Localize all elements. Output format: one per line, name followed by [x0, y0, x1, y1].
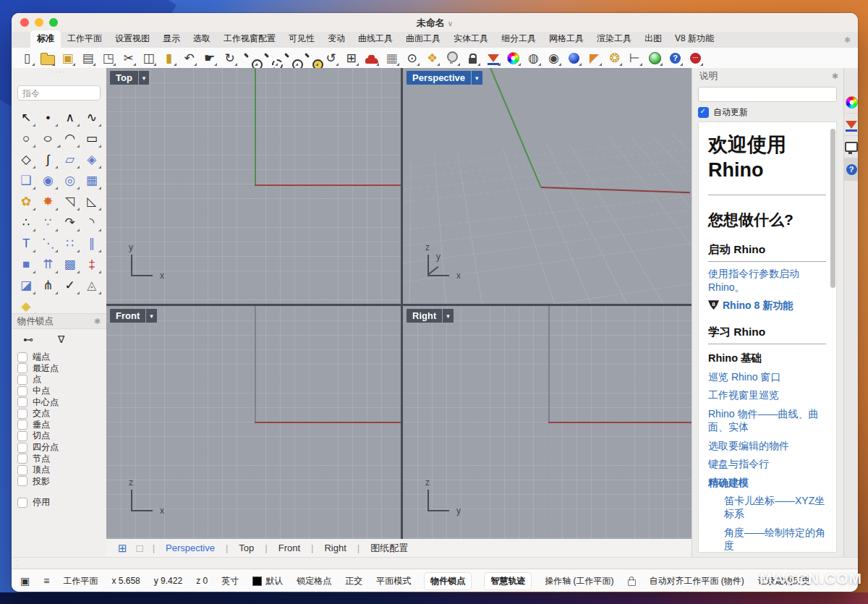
arc-tool[interactable]: ◠: [59, 129, 81, 148]
render-globe-icon[interactable]: [647, 50, 663, 67]
menu-item-12[interactable]: 网格工具: [542, 30, 590, 48]
cut-icon[interactable]: ✂: [120, 50, 137, 67]
viewport-top[interactable]: Top ▾ y x: [106, 68, 401, 304]
scale-tool[interactable]: ◹: [59, 192, 81, 210]
help-item-1-7[interactable]: 笛卡儿坐标——XYZ坐标系: [708, 494, 826, 521]
status-item-13[interactable]: 自动对齐工作平面 (物件): [650, 575, 744, 587]
extrude-tool[interactable]: ⇈: [37, 255, 59, 273]
open-file-icon[interactable]: [39, 50, 56, 67]
cylinder-tool[interactable]: ◎: [59, 171, 81, 190]
auto-update-checkbox[interactable]: [698, 107, 709, 118]
lock-objects-icon[interactable]: [464, 50, 481, 67]
layers-panel-tab[interactable]: [844, 114, 858, 136]
box-tool[interactable]: ❑: [15, 171, 37, 190]
zoom-extents-icon[interactable]: [282, 50, 299, 67]
undo-view-icon[interactable]: ↺: [323, 50, 339, 67]
history-tree-icon[interactable]: ⊢: [626, 50, 643, 67]
render-sphere-icon[interactable]: [566, 50, 582, 67]
viewport-tab-1[interactable]: Top: [237, 543, 255, 553]
help-item-1-6[interactable]: 精确建模: [708, 476, 826, 489]
status-lock-icon[interactable]: [628, 576, 636, 586]
explode-tool[interactable]: ✸: [37, 192, 59, 210]
align-tool[interactable]: ◺: [81, 192, 103, 210]
viewport-right[interactable]: Right ▾ z y: [403, 306, 692, 539]
zoom-dynamic-icon[interactable]: [242, 50, 258, 67]
array-grid-tool[interactable]: ▩: [59, 255, 81, 273]
osnap-checkbox-center[interactable]: [17, 397, 27, 407]
plugin-flower-tool[interactable]: ✿: [15, 192, 37, 210]
fillet-tool[interactable]: ◝: [81, 213, 103, 231]
save-file-icon[interactable]: ▣: [59, 50, 76, 67]
help-item-0-0[interactable]: 使用指令行参数启动 Rhino。: [708, 267, 826, 294]
osnap-checkbox-vertex[interactable]: [17, 465, 27, 475]
undo-icon[interactable]: ↶: [181, 50, 197, 67]
curve-tools-tool[interactable]: ∫: [37, 150, 59, 169]
viewport-perspective-label[interactable]: Perspective ▾: [407, 71, 482, 85]
viewport-tab-4[interactable]: 图纸配置: [369, 542, 409, 555]
menu-item-9[interactable]: 曲面工具: [399, 30, 447, 48]
polyline-tool[interactable]: ∧: [59, 109, 81, 127]
help-search-input[interactable]: [698, 87, 837, 102]
named-view-car-icon[interactable]: [363, 50, 380, 67]
command-history-list-icon[interactable]: ≡: [43, 575, 49, 587]
osnap-checkbox-tangent[interactable]: [17, 431, 27, 441]
viewport-perspective[interactable]: Perspective ▾ z y x: [403, 68, 692, 304]
viewport-tab-2[interactable]: Front: [277, 543, 302, 553]
osnap-checkbox-project[interactable]: [17, 476, 27, 486]
surface-patch-tool[interactable]: ◈: [81, 150, 103, 169]
curve-tool[interactable]: ∿: [81, 109, 103, 127]
menu-item-2[interactable]: 设置视图: [109, 30, 156, 48]
menu-item-3[interactable]: 显示: [156, 30, 187, 48]
viewport-front[interactable]: Front ▾ z x: [106, 306, 401, 539]
multi-pane-layout-icon[interactable]: ⊞: [118, 542, 127, 555]
solid-box-tool[interactable]: ■: [15, 255, 37, 273]
osnap-checkbox-endpoint[interactable]: [17, 352, 27, 362]
text-tool[interactable]: T: [15, 234, 37, 252]
osnap-checkbox-point[interactable]: [17, 375, 27, 385]
visibility-bulb-icon[interactable]: [444, 50, 461, 67]
help-item-1-8[interactable]: 角度——绘制特定的角度: [708, 526, 826, 553]
viewport-front-dropdown-icon[interactable]: ▾: [145, 309, 157, 323]
menu-item-0[interactable]: 标准: [30, 30, 61, 48]
command-input[interactable]: [17, 85, 101, 101]
layers-wedge-icon[interactable]: [485, 50, 501, 67]
status-item-0[interactable]: 工作平面: [63, 575, 98, 587]
status-item-9[interactable]: 物件锁点: [425, 573, 471, 590]
osnap-gear-icon[interactable]: ✱: [94, 317, 101, 326]
menu-item-14[interactable]: 出图: [638, 30, 668, 48]
export-file-icon[interactable]: ◳: [100, 50, 116, 67]
osnap-checkbox-perpendicular[interactable]: [17, 420, 27, 430]
viewport-tab-3[interactable]: Right: [323, 543, 347, 553]
options-gears-icon[interactable]: ❂: [606, 50, 623, 67]
render-cone-icon[interactable]: ◤: [586, 50, 603, 67]
menu-settings-gear-icon[interactable]: ✱: [844, 35, 851, 48]
menu-item-7[interactable]: 变动: [321, 30, 352, 48]
menu-item-1[interactable]: 工作平面: [61, 30, 109, 48]
paste-icon[interactable]: ▮: [161, 50, 177, 67]
new-document-icon[interactable]: ▯: [19, 50, 35, 67]
title-bar[interactable]: 未命名∨: [12, 13, 858, 32]
sidebar-drag-handle[interactable]: ····: [12, 68, 106, 76]
point-cloud-tool[interactable]: ∵: [37, 213, 59, 231]
cplane-icon[interactable]: ⊙: [404, 50, 420, 67]
status-item-5[interactable]: 默认: [252, 575, 283, 587]
menu-item-5[interactable]: 工作视窗配置: [217, 30, 282, 48]
status-item-6[interactable]: 锁定格点: [297, 575, 331, 587]
osnap-checkbox-mid[interactable]: [17, 386, 27, 396]
status-item-7[interactable]: 正交: [345, 575, 362, 587]
split-tool[interactable]: ⋔: [37, 276, 59, 294]
help-panel-tab[interactable]: [844, 158, 858, 181]
boolean-tool[interactable]: ∴: [15, 213, 37, 231]
help-item-1-3[interactable]: Rhino 物件——曲线、曲面、实体: [708, 407, 826, 434]
viewport-front-label[interactable]: Front ▾: [110, 309, 157, 323]
color-panel-tab[interactable]: [844, 91, 858, 114]
status-item-11[interactable]: 操作轴 (工作平面): [545, 575, 613, 587]
menu-item-8[interactable]: 曲线工具: [352, 30, 399, 48]
viewport-tab-0[interactable]: Perspective: [164, 543, 216, 553]
status-item-14[interactable]: 记录建构历史: [758, 575, 810, 587]
shaded-sphere-icon[interactable]: ◉: [545, 50, 562, 67]
osnap-checkbox-disable[interactable]: [17, 498, 27, 508]
menu-item-15[interactable]: V8 新功能: [668, 30, 720, 48]
help-item-1-4[interactable]: 选取要编辑的物件: [708, 439, 826, 452]
display-panel-tab[interactable]: [844, 136, 858, 158]
